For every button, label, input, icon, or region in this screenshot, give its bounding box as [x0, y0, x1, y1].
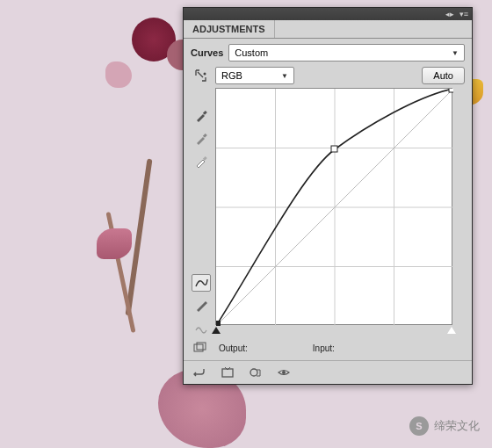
- menu-icon[interactable]: ▾≡: [459, 10, 468, 18]
- eyedropper-gray-icon[interactable]: [192, 130, 211, 148]
- svg-rect-13: [449, 89, 453, 92]
- curves-graph[interactable]: [215, 88, 452, 325]
- channel-value: RGB: [221, 70, 242, 81]
- panel-titlebar[interactable]: ◂▸ ▾≡: [184, 8, 472, 20]
- visibility-icon[interactable]: [275, 365, 293, 380]
- svg-rect-14: [194, 344, 203, 351]
- svg-point-17: [250, 369, 257, 376]
- pencil-mode-icon[interactable]: [192, 297, 211, 314]
- panel-footer: [184, 360, 472, 384]
- auto-button[interactable]: Auto: [422, 67, 465, 84]
- return-icon[interactable]: [191, 365, 208, 380]
- svg-rect-1: [203, 111, 207, 115]
- input-slider[interactable]: [215, 327, 452, 337]
- bg-butterfly: [97, 228, 132, 259]
- bg-flower: [105, 61, 132, 88]
- watermark: S 缔荣文化: [409, 416, 480, 436]
- channel-select[interactable]: RGB ▼: [215, 67, 294, 84]
- watermark-icon: S: [409, 416, 429, 436]
- smooth-icon[interactable]: [192, 320, 211, 337]
- svg-point-18: [282, 371, 286, 374]
- black-point-handle[interactable]: [212, 327, 221, 334]
- preset-value: Custom: [235, 47, 268, 58]
- tab-bar: ADJUSTMENTS: [184, 20, 472, 39]
- tab-adjustments[interactable]: ADJUSTMENTS: [184, 20, 275, 38]
- target-adjust-icon[interactable]: [192, 67, 211, 84]
- input-label: Input:: [313, 343, 335, 353]
- curves-label: Curves: [191, 47, 223, 58]
- svg-point-0: [204, 73, 206, 76]
- preset-select[interactable]: Custom ▼: [228, 44, 465, 61]
- output-label: Output:: [219, 343, 248, 353]
- watermark-text: 缔荣文化: [434, 418, 480, 434]
- curve-mode-icon[interactable]: [192, 274, 211, 292]
- clip-icon[interactable]: [192, 341, 208, 355]
- tool-column: [191, 67, 212, 337]
- expand-view-icon[interactable]: [219, 365, 236, 380]
- chevron-down-icon: ▼: [452, 49, 459, 57]
- eyedropper-black-icon[interactable]: [192, 107, 211, 125]
- svg-rect-12: [216, 321, 221, 326]
- white-point-handle[interactable]: [447, 327, 456, 334]
- svg-rect-11: [331, 146, 337, 152]
- clip-to-layer-icon[interactable]: [247, 365, 264, 380]
- chevron-down-icon: ▼: [281, 72, 288, 80]
- collapse-icon[interactable]: ◂▸: [445, 10, 454, 18]
- svg-rect-2: [203, 134, 207, 138]
- adjustments-panel: ◂▸ ▾≡ ADJUSTMENTS Curves Custom ▼: [183, 7, 473, 385]
- eyedropper-white-icon[interactable]: [192, 153, 211, 170]
- panel-body: Curves Custom ▼: [184, 39, 472, 360]
- svg-rect-15: [197, 343, 206, 350]
